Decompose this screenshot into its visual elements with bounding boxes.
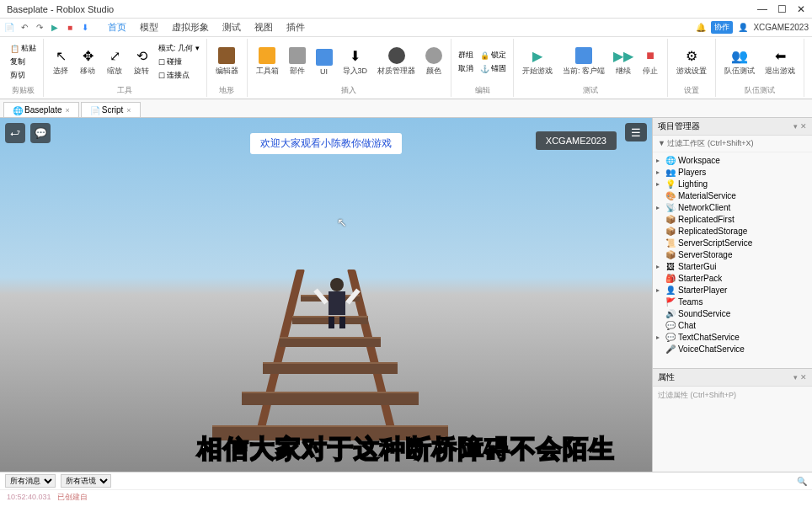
properties-filter[interactable]: 过滤属性 (Ctrl+Shift+P)	[653, 387, 812, 404]
player-character	[320, 278, 354, 328]
tree-item-materialservice[interactable]: 🎨MaterialService	[653, 189, 812, 201]
play-icon[interactable]: ▶	[49, 22, 61, 34]
panel-close-icon[interactable]: ✕	[800, 122, 807, 131]
panel-close-icon[interactable]: ✕	[800, 373, 807, 382]
panel-dropdown-icon[interactable]: ▾	[793, 122, 798, 131]
game-viewport[interactable]: ⮐ 💬 ☰ 欢迎大家观看小陈教你做游戏 XCGAME2023 ↖	[0, 118, 652, 472]
stop-button[interactable]: ■停止	[638, 45, 662, 78]
panel-dropdown-icon[interactable]: ▾	[793, 373, 798, 382]
anchor-button[interactable]: ⚓锚固	[478, 62, 508, 75]
play-button[interactable]: ▶开始游戏	[519, 45, 556, 78]
document-tabs: 🌐 Baseplate × 📄 Script ×	[0, 99, 812, 118]
terrain-label: 地形	[212, 85, 242, 97]
select-tool[interactable]: ↖选择	[49, 45, 72, 78]
tab-script[interactable]: 📄 Script ×	[81, 102, 141, 117]
mode-dropdown[interactable]: 模式: 几何 ▾	[157, 42, 201, 55]
close-icon[interactable]: ×	[126, 106, 131, 115]
toolbox-button[interactable]: 工具箱	[253, 45, 282, 78]
tree-item-replicatedfirst[interactable]: 📦ReplicatedFirst	[653, 213, 812, 225]
cut-button[interactable]: 剪切	[8, 69, 38, 82]
close-icon[interactable]: ×	[65, 106, 69, 115]
tree-item-soundservice[interactable]: 🔊SoundService	[653, 307, 812, 319]
ungroup-button[interactable]: 取消	[457, 62, 475, 75]
lock-button[interactable]: 🔒锁定	[478, 49, 508, 61]
tab-test[interactable]: 测试	[216, 19, 248, 35]
undo-icon[interactable]: ↶	[19, 22, 30, 34]
tree-item-workspace[interactable]: ▸🌐Workspace	[653, 154, 812, 166]
resume-button[interactable]: ▶▶继续	[612, 45, 635, 78]
close-button[interactable]: ✕	[797, 3, 805, 15]
part-button[interactable]: 部件	[286, 45, 309, 78]
output-filter-messages[interactable]: 所有消息	[5, 474, 56, 488]
test-label: 测试	[519, 85, 662, 97]
team-test-button[interactable]: 👥队伍测试	[721, 45, 758, 78]
dropdown-icon[interactable]: ⬇	[79, 22, 91, 34]
tree-item-serverstorage[interactable]: 📦ServerStorage	[653, 248, 812, 260]
window-controls: — ☐ ✕	[757, 3, 805, 15]
redo-icon[interactable]: ↷	[34, 22, 45, 34]
tree-item-lighting[interactable]: ▸💡Lighting	[653, 178, 812, 189]
tree-item-starterpack[interactable]: 🎒StarterPack	[653, 272, 812, 284]
output-panel: 所有消息 所有语境 🔍 10:52:40.031 已创建自	[0, 472, 812, 507]
tree-item-starterplayer[interactable]: ▸👤StarterPlayer	[653, 284, 812, 296]
tree-item-players[interactable]: ▸👥Players	[653, 166, 812, 178]
tree-item-voicechatservice[interactable]: 🎤VoiceChatService	[653, 343, 812, 355]
viewport-menu-icon[interactable]: ☰	[625, 123, 647, 141]
file-menu-icon[interactable]: 📄	[3, 22, 15, 34]
tab-home[interactable]: 首页	[101, 19, 133, 35]
group-button[interactable]: 群组	[457, 49, 475, 61]
stop-icon[interactable]: ■	[64, 22, 76, 34]
exit-game-button[interactable]: ⬅退出游戏	[761, 45, 799, 78]
tree-item-teams[interactable]: 🚩Teams	[653, 296, 812, 307]
output-filter-context[interactable]: 所有语境	[61, 474, 111, 488]
tab-view[interactable]: 视图	[248, 19, 280, 35]
quick-access-toolbar: 📄 ↶ ↷ ▶ ■ ⬇	[3, 22, 91, 34]
window-title: Baseplate - Roblox Studio	[7, 4, 757, 14]
tree-item-networkclient[interactable]: ▸📡NetworkClient	[653, 201, 812, 213]
joints-toggle[interactable]: ☐连接点	[157, 69, 201, 82]
maximize-button[interactable]: ☐	[777, 3, 787, 15]
user-avatar-icon[interactable]: 👤	[738, 23, 748, 32]
tab-plugins[interactable]: 插件	[280, 19, 312, 35]
scale-tool[interactable]: ⤢缩放	[103, 45, 126, 78]
watermark-label: XCGAME2023	[536, 131, 617, 150]
bridge-model	[174, 270, 478, 438]
move-tool[interactable]: ✥移动	[76, 45, 99, 78]
tree-item-startergui[interactable]: ▸🖼StarterGui	[653, 260, 812, 272]
minimize-button[interactable]: —	[757, 3, 767, 15]
copy-button[interactable]: 复制	[8, 56, 38, 68]
main-menubar: 📄 ↶ ↷ ▶ ■ ⬇ 首页 模型 虚拟形象 测试 视图 插件 🔔 协作 👤 X…	[0, 19, 812, 37]
game-settings-button[interactable]: ⚙游戏设置	[673, 45, 710, 78]
welcome-banner: 欢迎大家观看小陈教你做游戏	[250, 133, 402, 154]
tree-item-serverscriptservice[interactable]: 📜ServerScriptService	[653, 237, 812, 248]
explorer-tree: ▸🌐Workspace▸👥Players▸💡Lighting🎨MaterialS…	[653, 152, 812, 368]
viewport-chat-icon[interactable]: 💬	[30, 123, 51, 143]
collab-badge[interactable]: 协作	[711, 21, 733, 34]
tab-baseplate[interactable]: 🌐 Baseplate ×	[3, 102, 79, 117]
color-button[interactable]: 颜色	[422, 45, 446, 78]
properties-panel: 属性 ▾✕ 过滤属性 (Ctrl+Shift+P)	[653, 368, 812, 472]
filter-icon: ▼	[658, 139, 665, 147]
import3d-button[interactable]: ⬇导入3D	[339, 45, 371, 78]
collision-toggle[interactable]: ☐碰撞	[157, 56, 201, 68]
current-client-button[interactable]: 当前: 客户端	[559, 45, 608, 78]
tree-item-chat[interactable]: 💬Chat	[653, 319, 812, 331]
tree-item-textchatservice[interactable]: ▸💬TextChatService	[653, 331, 812, 343]
ui-button[interactable]: UI	[313, 47, 336, 77]
explorer-filter[interactable]: ▼ 过滤工作区 (Ctrl+Shift+X)	[653, 136, 812, 152]
tab-model[interactable]: 模型	[133, 19, 165, 35]
paste-button[interactable]: 📋粘贴	[8, 42, 38, 55]
side-panels: 项目管理器 ▾✕ ▼ 过滤工作区 (Ctrl+Shift+X) ▸🌐Worksp…	[652, 118, 812, 472]
tree-item-replicatedstorage[interactable]: 📦ReplicatedStorage	[653, 225, 812, 237]
clipboard-group: 📋粘贴 复制 剪切	[8, 42, 38, 82]
notification-icon[interactable]: 🔔	[696, 23, 706, 32]
rotate-tool[interactable]: ⟲旋转	[130, 45, 153, 78]
material-manager-button[interactable]: 材质管理器	[374, 45, 419, 78]
tab-avatar[interactable]: 虚拟形象	[165, 19, 216, 35]
clipboard-label: 剪贴板	[8, 85, 38, 97]
viewport-back-icon[interactable]: ⮐	[5, 123, 25, 143]
search-icon[interactable]: 🔍	[797, 477, 807, 486]
output-log: 10:52:40.031 已创建自	[0, 490, 812, 504]
cursor-icon: ↖	[337, 216, 347, 229]
terrain-editor-button[interactable]: 编辑器	[212, 45, 242, 78]
